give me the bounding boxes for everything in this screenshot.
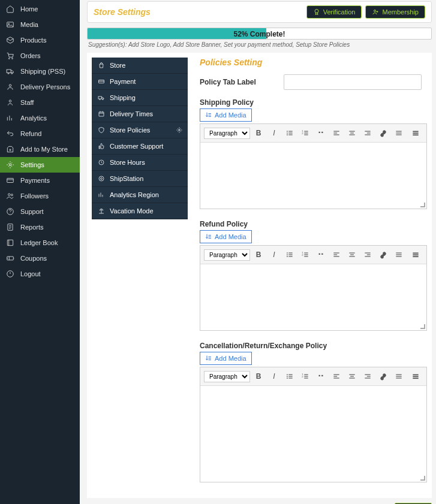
bullet-list-button[interactable] [282, 248, 297, 261]
sidebar-item-ledger[interactable]: Ledger Book [0, 235, 80, 251]
align-center-button[interactable] [345, 126, 359, 140]
add-media-label: Add Media [215, 355, 246, 362]
user-plus-icon [372, 8, 379, 16]
subnav-item-shipstation[interactable]: ShipStation [92, 171, 188, 187]
italic-button[interactable]: I [267, 248, 281, 261]
subnav-label: Shipping [110, 94, 136, 101]
link-button[interactable] [376, 370, 390, 383]
shipping-policy-textarea[interactable] [200, 143, 426, 209]
number-list-button[interactable]: 12 [298, 248, 312, 261]
number-list-button[interactable]: 12 [298, 370, 312, 383]
svg-rect-105 [413, 376, 418, 377]
refund-policy-textarea[interactable] [200, 264, 426, 330]
report-icon [6, 223, 14, 231]
align-right-button[interactable] [360, 370, 375, 383]
sidebar-item-payments[interactable]: Payments [0, 173, 80, 188]
sidebar-item-reports[interactable]: Reports [0, 219, 80, 235]
quote-button[interactable] [314, 370, 328, 383]
italic-button[interactable]: I [267, 370, 281, 383]
add-media-button[interactable]: Add Media [200, 230, 252, 243]
subnav-item-vacation-mode[interactable]: Vacation Mode [92, 203, 188, 219]
sidebar-item-media[interactable]: Media [0, 17, 80, 32]
sidebar-item-analytics[interactable]: Analytics [0, 110, 80, 126]
sidebar-item-orders[interactable]: Orders [0, 48, 80, 64]
link-button[interactable] [376, 126, 390, 140]
align-left-button[interactable] [329, 126, 344, 140]
sidebar-item-staff[interactable]: Staff [0, 95, 80, 110]
bold-button[interactable]: B [251, 126, 266, 140]
subnav-item-payment[interactable]: Payment [92, 74, 188, 90]
svg-rect-98 [365, 375, 370, 375]
svg-rect-39 [304, 134, 308, 135]
bold-button[interactable]: B [251, 248, 266, 261]
bullet-list-button[interactable] [282, 370, 297, 383]
subnav-item-delivery-times[interactable]: Delivery Times [92, 106, 188, 122]
policy-tab-input[interactable] [284, 74, 422, 90]
align-center-button[interactable] [345, 248, 359, 261]
resize-handle[interactable] [419, 201, 425, 207]
insert-button[interactable] [392, 370, 406, 383]
insert-button[interactable] [392, 248, 406, 261]
gear-icon [6, 161, 14, 169]
bold-button[interactable]: B [251, 370, 266, 383]
subnav-item-customer-support[interactable]: Customer Support [92, 138, 188, 155]
bullet-list-button[interactable] [282, 126, 297, 140]
sidebar-item-support[interactable]: Support [0, 204, 80, 219]
svg-rect-89 [304, 375, 308, 375]
svg-text:2: 2 [302, 375, 303, 378]
verification-button[interactable]: Verification [306, 5, 362, 19]
paragraph-select[interactable]: Paragraph [204, 371, 250, 382]
subnav-item-store-hours[interactable]: Store Hours [92, 155, 188, 171]
align-center-button[interactable] [345, 370, 359, 383]
fullscreen-button[interactable] [408, 248, 423, 261]
add-media-button[interactable]: Add Media [200, 108, 252, 122]
resize-handle[interactable] [419, 323, 425, 329]
sidebar-item-label: Support [20, 208, 44, 215]
paragraph-select[interactable]: Paragraph [204, 249, 250, 261]
fullscreen-button[interactable] [408, 126, 423, 140]
cancel-policy-block: Cancellation/Return/Exchange Policy Add … [200, 342, 427, 482]
quote-button[interactable] [314, 248, 328, 261]
sidebar-item-delivery-persons[interactable]: Delivery Persons [0, 79, 80, 95]
sidebar-item-settings[interactable]: Settings [0, 157, 80, 173]
svg-point-57 [287, 256, 288, 257]
svg-rect-103 [396, 378, 401, 378]
svg-point-22 [100, 99, 100, 99]
sidebar-item-coupons[interactable]: Coupons [0, 251, 80, 266]
svg-point-23 [103, 99, 103, 99]
sidebar-item-products[interactable]: Products [0, 32, 80, 48]
align-right-button[interactable] [360, 126, 375, 140]
svg-rect-68 [333, 256, 339, 256]
number-list-button[interactable]: 12 [298, 126, 312, 140]
svg-rect-16 [7, 256, 14, 260]
quote-button[interactable] [314, 126, 328, 140]
insert-button[interactable] [392, 126, 406, 140]
align-right-button[interactable] [360, 248, 375, 261]
subnav-item-shipping[interactable]: Shipping [92, 90, 188, 106]
image-icon [6, 20, 14, 29]
cancel-policy-textarea[interactable] [200, 386, 426, 482]
fullscreen-button[interactable] [408, 370, 423, 383]
resize-handle[interactable] [419, 475, 425, 481]
italic-button[interactable]: I [267, 126, 281, 140]
membership-button[interactable]: Membership [365, 5, 425, 19]
sidebar-item-logout[interactable]: Logout [0, 266, 80, 282]
link-button[interactable] [376, 248, 390, 261]
align-left-button[interactable] [329, 248, 344, 261]
sidebar-item-refund[interactable]: Refund [0, 126, 80, 141]
sidebar-item-add-store[interactable]: Add to My Store [0, 141, 80, 157]
add-media-button[interactable]: Add Media [200, 352, 252, 365]
paragraph-select[interactable]: Paragraph [204, 128, 250, 139]
sidebar-item-followers[interactable]: Followers [0, 188, 80, 204]
svg-point-7 [9, 84, 11, 87]
subnav-item-analytics-region[interactable]: Analytics Region [92, 187, 188, 203]
shipping-policy-label: Shipping Policy [200, 98, 427, 107]
sidebar-item-home[interactable]: Home [0, 1, 80, 17]
subnav-item-store[interactable]: Store [92, 58, 188, 74]
subnav-item-store-policies[interactable]: Store Policies [92, 122, 188, 138]
add-media-label: Add Media [215, 233, 246, 240]
svg-rect-80 [413, 256, 418, 257]
align-left-button[interactable] [329, 370, 344, 383]
sidebar-item-shipping[interactable]: Shipping (PSS) [0, 64, 80, 79]
svg-point-28 [101, 178, 103, 180]
